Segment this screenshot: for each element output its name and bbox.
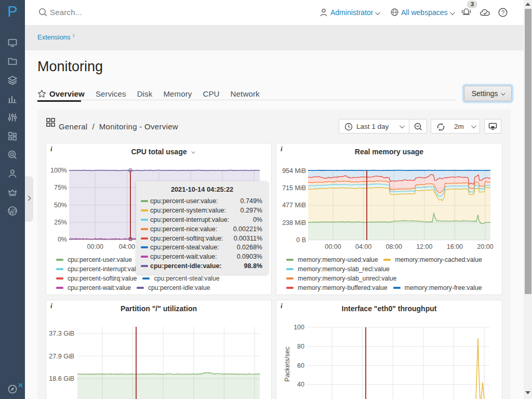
svg-text:60: 60 <box>297 362 304 369</box>
svg-text:80: 80 <box>297 343 304 350</box>
svg-text:100%: 100% <box>50 167 67 174</box>
svg-text:00:00: 00:00 <box>87 243 103 250</box>
svg-text:04:00: 04:00 <box>355 243 371 250</box>
svg-text:00:00: 00:00 <box>325 243 341 250</box>
svg-text:08:00: 08:00 <box>386 243 402 250</box>
svg-text:0%: 0% <box>58 236 67 243</box>
svg-text:27.9 GiB: 27.9 GiB <box>49 353 74 360</box>
svg-text:50%: 50% <box>54 202 67 209</box>
svg-text:75%: 75% <box>54 184 67 191</box>
svg-text:0 B: 0 B <box>296 236 306 244</box>
svg-text:37.3 GiB: 37.3 GiB <box>49 330 74 337</box>
svg-text:?: ? <box>501 9 504 16</box>
svg-text:100: 100 <box>294 324 304 331</box>
svg-text:954 MiB: 954 MiB <box>282 167 306 175</box>
svg-text:Packets/sec: Packets/sec <box>284 347 291 381</box>
svg-text:12:00: 12:00 <box>416 243 432 250</box>
svg-text:18.6 GiB: 18.6 GiB <box>49 375 74 382</box>
svg-text:477 MiB: 477 MiB <box>282 202 306 209</box>
svg-text:04:00: 04:00 <box>119 243 135 250</box>
svg-text:16:00: 16:00 <box>447 243 463 250</box>
svg-text:715 MiB: 715 MiB <box>282 184 306 192</box>
svg-text:238 MiB: 238 MiB <box>282 219 306 227</box>
svg-text:20:00: 20:00 <box>477 243 493 250</box>
svg-text:40: 40 <box>297 381 304 388</box>
svg-text:25%: 25% <box>54 219 67 226</box>
